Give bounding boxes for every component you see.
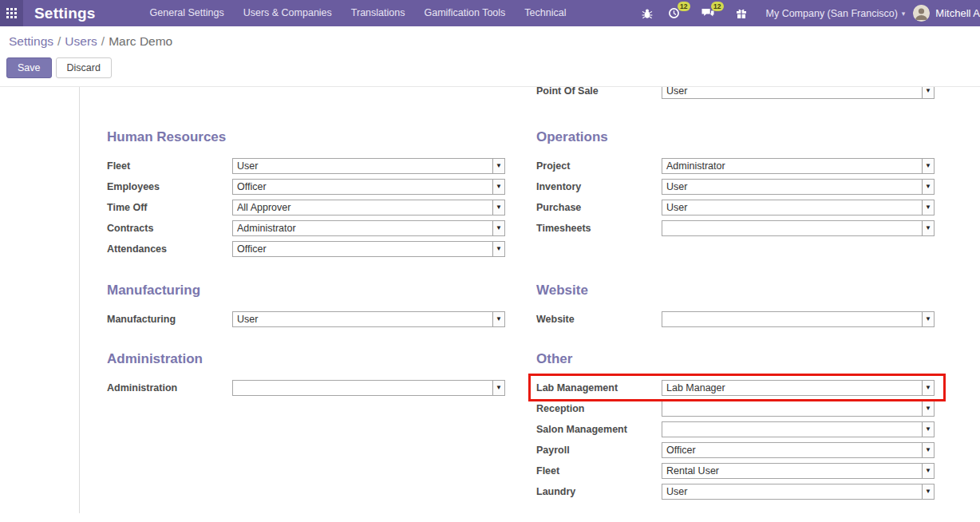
apps-menu-icon[interactable] — [0, 0, 23, 26]
dropdown-arrow-icon: ▼ — [922, 381, 934, 395]
field-row: Manufacturing User ▼ — [107, 309, 505, 330]
gift-icon[interactable] — [733, 0, 750, 26]
dropdown-arrow-icon: ▼ — [492, 242, 504, 256]
field-label: Reception — [536, 403, 662, 414]
website-select[interactable]: ▼ — [662, 311, 935, 327]
left-rail — [0, 87, 80, 513]
field-row: Website ▼ — [536, 309, 935, 330]
dropdown-arrow-icon: ▼ — [492, 221, 504, 235]
field-label: Laundry — [536, 486, 662, 497]
field-row: Contracts Administrator ▼ — [107, 218, 505, 239]
user-photo — [913, 5, 930, 22]
breadcrumb-separator: / — [53, 34, 65, 48]
section-title: Website — [536, 282, 935, 299]
contracts-select[interactable]: Administrator ▼ — [232, 220, 505, 236]
field-row: Fleet User ▼ — [107, 156, 505, 176]
field-row: Reception ▼ — [536, 398, 935, 419]
administration-select[interactable]: ▼ — [232, 380, 505, 396]
field-label: Time Off — [107, 202, 232, 213]
menu-users-companies[interactable]: Users & Companies — [234, 0, 342, 26]
clipped-row-wrapper: Point Of Sale User ▼ — [536, 87, 935, 101]
save-button[interactable]: Save — [6, 57, 52, 78]
dropdown-arrow-icon: ▼ — [492, 159, 504, 173]
bug-icon[interactable] — [638, 0, 656, 26]
section-other: Other Lab Management Lab Manager ▼ Recep… — [536, 350, 935, 502]
navbar-right: 12 12 My Company (San Francisco) ▾ — [634, 0, 980, 26]
caret-down-icon: ▾ — [902, 10, 906, 18]
attendances-select[interactable]: Officer ▼ — [232, 241, 505, 257]
reception-select[interactable]: ▼ — [662, 401, 935, 417]
activities-icon[interactable]: 12 — [666, 0, 683, 26]
dropdown-arrow-icon: ▼ — [492, 381, 504, 395]
field-row: Fleet Rental User ▼ — [536, 461, 935, 481]
inventory-select[interactable]: User ▼ — [662, 179, 935, 195]
salon-management-select[interactable]: ▼ — [662, 421, 935, 437]
lab-management-select[interactable]: Lab Manager ▼ — [662, 380, 935, 396]
field-label: Administration — [107, 382, 232, 393]
field-row-lab-management: Lab Management Lab Manager ▼ — [536, 378, 935, 398]
manufacturing-select[interactable]: User ▼ — [232, 311, 505, 327]
breadcrumb-settings[interactable]: Settings — [9, 34, 53, 48]
fleet-select[interactable]: User ▼ — [232, 158, 505, 174]
laundry-select[interactable]: User ▼ — [662, 484, 935, 500]
section-title: Other — [536, 350, 935, 368]
dropdown-arrow-icon: ▼ — [922, 221, 934, 235]
field-row: Attendances Officer ▼ — [107, 239, 505, 259]
app-title: Settings — [23, 5, 107, 22]
field-label: Payroll — [536, 445, 662, 456]
purchase-select[interactable]: User ▼ — [662, 200, 935, 216]
breadcrumb: Settings/Users/Marc Demo — [9, 34, 980, 49]
company-switcher[interactable]: My Company (San Francisco) ▾ — [766, 8, 906, 19]
field-label: Inventory — [536, 181, 662, 192]
dropdown-arrow-icon: ▼ — [922, 200, 934, 215]
dropdown-arrow-icon: ▼ — [922, 87, 934, 98]
discard-button[interactable]: Discard — [56, 57, 112, 78]
breadcrumb-users[interactable]: Users — [65, 34, 97, 48]
field-row: Payroll Officer ▼ — [536, 440, 935, 461]
field-row: Inventory User ▼ — [536, 176, 935, 197]
dropdown-arrow-icon: ▼ — [492, 180, 504, 194]
field-label: Employees — [107, 181, 232, 192]
time-off-select[interactable]: All Approver ▼ — [232, 200, 505, 216]
field-row: Salon Management ▼ — [536, 419, 935, 440]
company-name: My Company (San Francisco) — [766, 8, 898, 19]
dropdown-arrow-icon: ▼ — [922, 443, 934, 457]
field-label: Fleet — [107, 160, 232, 172]
section-title: Manufacturing — [107, 282, 505, 299]
point-of-sale-select[interactable]: User ▼ — [662, 87, 935, 99]
avatar[interactable] — [913, 5, 930, 22]
grid-icon — [6, 8, 17, 18]
section-human-resources: Human Resources Fleet User ▼ Employees O… — [107, 129, 505, 259]
field-label: Lab Management — [536, 382, 662, 393]
field-row: Timesheets ▼ — [536, 218, 935, 239]
menu-gamification-tools[interactable]: Gamification Tools — [414, 0, 515, 26]
breadcrumb-current: Marc Demo — [109, 34, 172, 48]
dropdown-arrow-icon: ▼ — [922, 180, 934, 194]
dropdown-arrow-icon: ▼ — [922, 312, 934, 326]
field-row: Employees Officer ▼ — [107, 176, 505, 197]
user-menu[interactable]: Mitchell A — [935, 7, 980, 19]
dropdown-arrow-icon: ▼ — [492, 200, 504, 215]
field-label: Point Of Sale — [536, 87, 662, 97]
field-label: Purchase — [536, 202, 662, 213]
activity-badge: 12 — [678, 2, 690, 11]
field-label: Project — [536, 160, 662, 172]
section-website: Website Website ▼ — [536, 282, 935, 330]
employees-select[interactable]: Officer ▼ — [232, 179, 505, 195]
menu-general-settings[interactable]: General Settings — [140, 0, 234, 26]
field-row: Purchase User ▼ — [536, 197, 935, 218]
field-row: Administration ▼ — [107, 378, 505, 398]
menu-translations[interactable]: Translations — [342, 0, 415, 26]
field-row: Point Of Sale User ▼ — [536, 87, 935, 101]
payroll-select[interactable]: Officer ▼ — [662, 442, 935, 458]
field-row: Time Off All Approver ▼ — [107, 197, 505, 218]
field-label: Fleet — [536, 465, 662, 477]
fleet-rental-select[interactable]: Rental User ▼ — [662, 463, 935, 479]
menu-technical[interactable]: Technical — [515, 0, 575, 26]
form-sheet: Human Resources Fleet User ▼ Employees O… — [0, 87, 980, 513]
button-row: Save Discard — [6, 57, 980, 78]
messages-icon[interactable]: 12 — [699, 0, 717, 26]
project-select[interactable]: Administrator ▼ — [662, 158, 935, 174]
timesheets-select[interactable]: ▼ — [662, 220, 935, 236]
dropdown-arrow-icon: ▼ — [922, 159, 934, 173]
